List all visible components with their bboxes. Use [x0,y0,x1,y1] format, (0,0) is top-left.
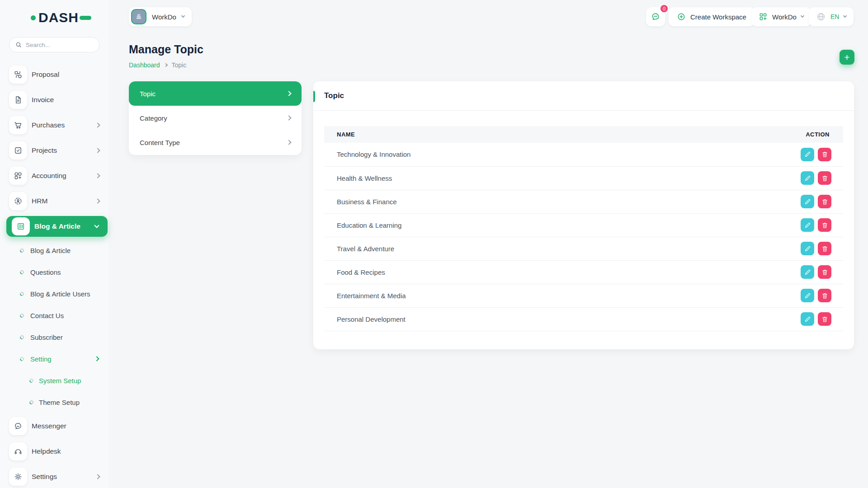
sidebar-item-hrm[interactable]: HRM [0,191,108,211]
create-workspace-button[interactable]: Create Workspace [669,7,755,26]
table-row: Business & Finance [324,190,843,213]
delete-button[interactable] [818,148,831,161]
table-row: Technology & Innovation [324,143,843,166]
submenu-item-system-setup[interactable]: System Setup [0,371,108,389]
bullet-icon [19,248,25,253]
edit-button[interactable] [801,195,814,208]
submenu-item-contact-us[interactable]: Contact Us [0,306,108,324]
sidebar-item-label: Purchases [32,121,65,129]
sidebar-search[interactable] [9,37,99,52]
delete-button[interactable] [818,312,831,326]
chevron-down-icon [801,14,804,18]
logo-dot-icon [31,15,36,20]
table-row: Travel & Adventure [324,237,843,260]
circle-plus-icon [677,12,686,21]
search-input[interactable] [26,42,94,48]
submenu-item-label: Questions [30,268,61,276]
tab-label: Content Type [140,139,180,146]
grid-plus-icon [759,12,768,21]
sidebar-item-proposal[interactable]: Proposal [0,64,108,85]
sidebar-item-messenger[interactable]: Messenger [0,416,108,436]
delete-button[interactable] [818,195,831,208]
edit-button[interactable] [801,148,814,161]
bullet-icon [19,313,25,319]
bullet-icon [19,269,25,275]
sidebar-item-purchases[interactable]: Purchases [0,115,108,136]
submenu-item-theme-setup[interactable]: Theme Setup [0,393,108,411]
blog-article-icon [12,217,30,235]
pencil-icon [804,151,811,158]
edit-button[interactable] [801,289,814,302]
page-title: Manage Topic [129,43,203,56]
sidebar-item-projects[interactable]: Projects [0,140,108,161]
sidebar-item-invoice[interactable]: Invoice [0,89,108,110]
language-label: EN [830,13,839,20]
table-row: Food & Recipes [324,260,843,284]
delete-button[interactable] [818,218,831,232]
panel-accent-bar [313,91,315,102]
column-header-name: NAME [324,126,766,143]
edit-button[interactable] [801,265,814,279]
edit-button[interactable] [801,242,814,255]
breadcrumb-current: Topic [172,61,187,69]
chevron-right-icon [286,91,291,96]
edit-button[interactable] [801,218,814,232]
create-workspace-label: Create Workspace [690,13,746,21]
delete-button[interactable] [818,171,831,185]
sidebar-menu: Proposal Invoice Purchases Projects [0,64,108,487]
chevron-down-icon [181,14,185,18]
edit-button[interactable] [801,312,814,326]
bullet-icon [19,334,25,340]
pencil-icon [804,292,811,299]
sidebar-item-label: Helpdesk [32,447,61,455]
language-selector[interactable]: EN [809,7,854,26]
sidebar-item-helpdesk[interactable]: Helpdesk [0,441,108,462]
workspace-name: WorkDo [152,13,176,21]
messages-button[interactable]: 0 [646,7,665,26]
sidebar-item-label: Accounting [32,172,66,180]
pencil-icon [804,269,811,276]
submenu-item-subscriber[interactable]: Subscriber [0,328,108,346]
delete-button[interactable] [818,289,831,302]
search-icon [15,41,22,48]
pencil-icon [804,175,811,182]
breadcrumb-dashboard-link[interactable]: Dashboard [129,61,160,69]
sidebar-item-label: Messenger [32,422,66,430]
tab-content-type[interactable]: Content Type [129,130,302,155]
workspace-switcher[interactable]: WorkDo [751,7,811,26]
edit-button[interactable] [801,171,814,185]
chevron-down-icon [843,14,847,18]
table-row: Health & Wellness [324,166,843,190]
trash-icon [821,222,828,229]
tab-category[interactable]: Category [129,106,302,130]
accounting-icon [9,167,27,185]
chat-bubble-icon [651,12,660,22]
trash-icon [821,292,828,299]
add-topic-button[interactable]: + [840,50,854,65]
sidebar-item-settings[interactable]: Settings [0,466,108,487]
sidebar-item-label: Invoice [32,96,54,104]
chevron-right-icon [95,148,100,153]
purchases-icon [9,116,27,134]
workspace-selector[interactable]: WorkDo [129,7,192,26]
submenu-item-blog-article[interactable]: Blog & Article [0,241,108,259]
topic-name: Business & Finance [324,190,766,213]
submenu-item-setting[interactable]: Setting [0,350,108,368]
trash-icon [821,245,828,252]
topic-table: NAME ACTION Technology & Innovation Heal… [324,126,843,331]
trash-icon [821,175,828,182]
chevron-down-icon [94,223,99,228]
topic-name: Technology & Innovation [324,143,766,166]
proposal-icon [9,66,27,84]
sidebar-item-blog-article[interactable]: Blog & Article [6,216,108,237]
submenu-item-blog-article-users[interactable]: Blog & Article Users [0,285,108,303]
delete-button[interactable] [818,242,831,255]
delete-button[interactable] [818,265,831,279]
sidebar-item-accounting[interactable]: Accounting [0,165,108,186]
topic-name: Entertainment & Media [324,284,766,307]
sidebar-item-label: Settings [32,473,57,481]
sidebar-item-label: Proposal [32,70,59,79]
submenu-item-questions[interactable]: Questions [0,263,108,281]
breadcrumb: Dashboard Topic [129,61,186,69]
tab-topic[interactable]: Topic [129,81,302,106]
